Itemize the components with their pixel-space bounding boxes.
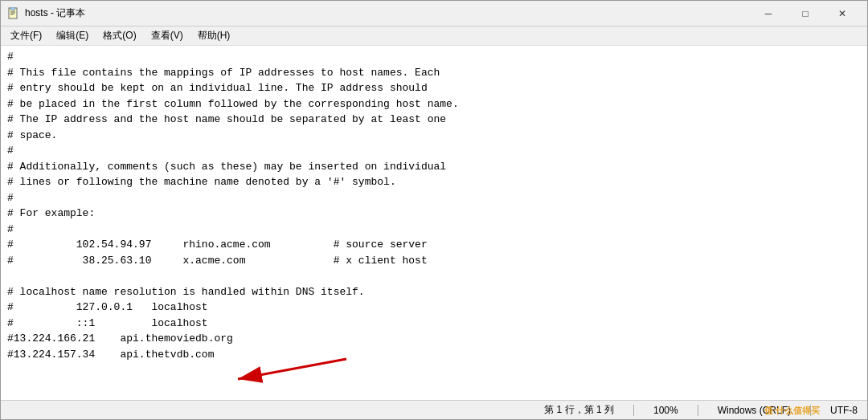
app-icon [7,7,20,20]
menu-bar: 文件(F) 编辑(E) 格式(O) 查看(V) 帮助(H) [1,27,867,46]
menu-format[interactable]: 格式(O) [96,27,142,44]
status-divider-2 [698,405,698,416]
status-bar: 第 1 行，第 1 列 100% Windows (CRLF) UTF-8 [1,400,867,419]
window: hosts - 记事本 ─ □ ✕ 文件(F) 编辑(E) 格式(O) 查看(V… [0,0,868,420]
window-controls: ─ □ ✕ [750,1,861,27]
menu-help[interactable]: 帮助(H) [191,27,237,44]
status-zoom: 100% [653,405,678,416]
text-editor[interactable]: # # This file contains the mappings of I… [1,46,867,400]
svg-rect-1 [10,7,15,10]
status-position: 第 1 行，第 1 列 [544,403,614,417]
status-encoding: UTF-8 [830,405,858,416]
title-bar: hosts - 记事本 ─ □ ✕ [1,1,867,27]
maximize-button[interactable]: □ [787,1,824,27]
menu-view[interactable]: 查看(V) [145,27,190,44]
menu-file[interactable]: 文件(F) [4,27,48,44]
minimize-button[interactable]: ─ [750,1,787,27]
editor-area: # # This file contains the mappings of I… [1,46,867,400]
window-title: hosts - 记事本 [25,6,750,20]
watermark: 值·什么值得买 [764,405,820,417]
menu-edit[interactable]: 编辑(E) [50,27,95,44]
close-button[interactable]: ✕ [824,1,861,27]
status-divider-1 [633,405,634,416]
